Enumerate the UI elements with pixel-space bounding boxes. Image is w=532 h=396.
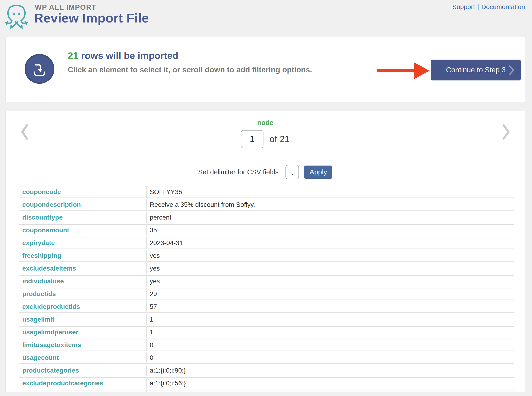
chevron-right-icon[interactable] [501,124,511,140]
wp-all-import-octopus-logo-icon [5,1,28,32]
delimiter-label: Set delimiter for CSV fields: [198,168,281,176]
table-row: productcategories a:1:{i:0;i:90;} [19,365,514,376]
brand-label: WP ALL IMPORT [35,3,96,12]
field-value [146,390,514,392]
field-value: 1 [146,314,514,325]
field-name-link[interactable]: excludesaleitems [19,263,146,274]
review-import-file-page: WP ALL IMPORT Review Import File Support… [0,0,532,396]
record-number-input[interactable] [241,130,263,148]
import-summary-card: 21 rows will be imported Click an elemen… [5,37,525,102]
import-preview-card: Set delimiter for CSV fields: Apply coup… [5,154,525,392]
import-badge [25,54,54,84]
field-name-link[interactable]: coupondescription [19,199,146,210]
intro-text: 21 rows will be imported Click an elemen… [68,50,312,74]
rows-imported-headline: 21 rows will be imported [68,50,312,61]
support-link[interactable]: Support [452,3,475,11]
field-value: 2023-04-31 [146,237,514,249]
record-carousel-card: node of 21 [5,111,525,154]
intro-subtitle: Click an element to select it, or scroll… [68,65,312,74]
field-name-link[interactable]: couponamount [19,225,146,236]
field-name-link[interactable]: freeshipping [19,250,146,261]
table-row: expirydate 2023-04-31 [19,237,514,249]
table-row: excludesaleitems yes [19,263,514,274]
table-row: couponamount 35 [19,224,514,236]
record-total-label: of 21 [269,134,290,144]
delimiter-input[interactable] [286,165,299,179]
field-value: 1 [146,327,514,338]
field-value: 35 [146,225,514,236]
header-links: Support|Documentation [452,3,525,11]
red-arrow-head [414,62,429,79]
field-name-link[interactable]: couponcode [19,186,146,198]
field-value: 0 [146,352,514,363]
red-arrow-pointer-annotation [377,62,429,79]
field-name-link[interactable]: discounttype [19,212,146,223]
table-row: usagecount 0 [19,352,514,364]
apply-delimiter-button[interactable]: Apply [304,166,332,179]
red-arrow-shaft [377,69,414,72]
download-into-tray-icon [30,59,49,79]
field-value: SOFLYY35 [146,186,514,198]
field-name-link[interactable]: usagelimit [19,314,146,325]
field-value: percent [146,212,514,223]
field-value: a:1:{i:0;i:56;} [146,378,514,389]
field-value: yes [146,250,514,261]
table-row: freeshipping yes [19,250,514,262]
record-pager: of 21 [6,130,525,148]
table-row: excludeproductids 57 [19,301,514,313]
page-title: Review Import File [34,11,149,25]
field-value: Receive a 35% discount from Soflyy. [146,199,514,210]
field-name-link[interactable]: productids [19,288,146,300]
table-row: usagelimit 1 [19,314,514,325]
field-value: 57 [146,301,514,312]
chevron-right-icon [508,65,514,75]
table-row: couponcode SOFLYY35 [19,186,514,198]
field-name-link[interactable]: individualuse [19,276,146,287]
table-row: limitusagetoxitems 0 [19,339,514,351]
field-name-link[interactable] [19,390,146,392]
continue-button-label: Continue to Step 3 [446,66,506,74]
table-row: productids 29 [19,288,514,300]
link-separator: | [477,3,479,11]
continue-to-step-3-button[interactable]: Continue to Step 3 [431,60,521,81]
table-row: usagelimitperuser 1 [19,326,514,338]
field-name-link[interactable]: excludeproductcategories [19,378,146,389]
delimiter-controls: Set delimiter for CSV fields: Apply [6,165,525,179]
field-name-link[interactable]: limitusagetoxitems [19,339,146,350]
field-name-link[interactable]: usagecount [19,352,146,363]
field-table: couponcode SOFLYY35 coupondescription Re… [19,186,514,392]
field-value: 0 [146,339,514,350]
field-name-link[interactable]: productcategories [19,365,146,376]
header: WP ALL IMPORT Review Import File Support… [0,0,532,37]
field-name-link[interactable]: expirydate [19,237,146,249]
field-value: yes [146,276,514,287]
headline-rest: rows will be imported [78,50,179,61]
field-value: a:1:{i:0;i:90;} [146,365,514,376]
table-row: excludeproductcategories a:1:{i:0;i:56;} [19,378,514,389]
table-row: coupondescription Receive a 35% discount… [19,199,514,210]
field-value: yes [146,263,514,274]
table-row: discounttype percent [19,212,514,223]
node-label: node [6,119,525,127]
field-value: 29 [146,288,514,300]
table-row: individualuse yes [19,275,514,287]
table-row-partial [19,390,514,392]
field-name-link[interactable]: excludeproductids [19,301,146,312]
field-name-link[interactable]: usagelimitperuser [19,327,146,338]
documentation-link[interactable]: Documentation [481,3,525,11]
row-count: 21 [68,50,78,61]
